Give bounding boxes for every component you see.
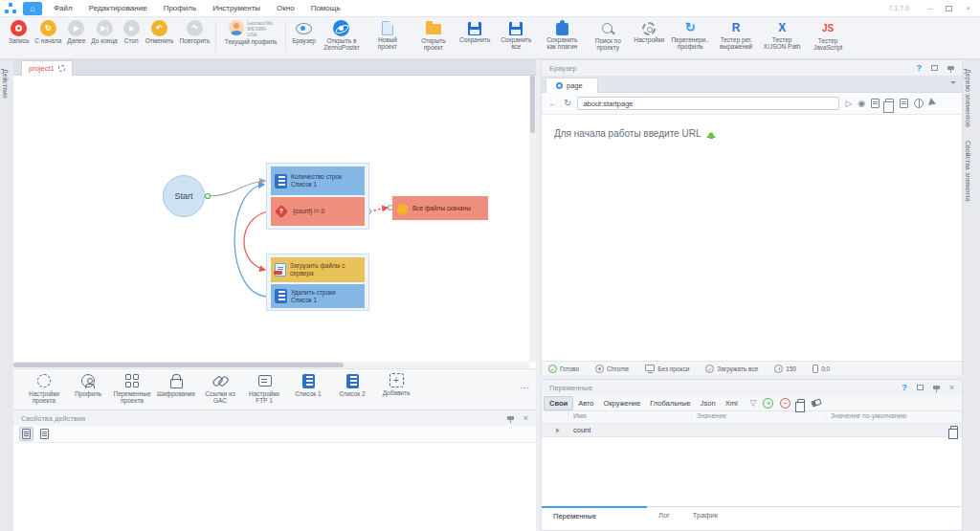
row-copy-icon[interactable] (950, 426, 958, 434)
element-tree-vertical-tab[interactable]: Дерево элементов (963, 65, 973, 131)
add-resource-button[interactable]: + Добавить (375, 373, 417, 396)
help-icon[interactable]: ? (902, 383, 907, 392)
count-rows-node[interactable]: Количество строкСписок 1 (271, 166, 365, 195)
copy-icon[interactable] (797, 399, 805, 408)
save-button[interactable]: Сохранить (457, 20, 493, 43)
flowchart-canvas[interactable]: Start Количество строкСписок 1 ? {count}… (13, 76, 536, 368)
add-variable-icon[interactable]: + (763, 398, 773, 409)
regex-tester-button[interactable]: R Тестер рег. выражений (713, 20, 759, 51)
project-search-button[interactable]: Поиск по проекту (585, 20, 631, 52)
properties-view-button[interactable] (19, 427, 33, 441)
list1-button[interactable]: Список 1 (287, 373, 329, 397)
open-project-button[interactable]: Открыть проект (411, 20, 457, 52)
start-node[interactable]: Start (163, 175, 205, 217)
redo-button[interactable]: ↷ Повторить (176, 20, 212, 44)
url-input[interactable] (577, 97, 839, 110)
tab-global[interactable]: Глобальные (645, 397, 696, 409)
scrollbar-thumb[interactable] (530, 76, 535, 133)
load-status[interactable]: Загружать все (717, 365, 758, 372)
column-default[interactable]: Значение по-умолчанию (826, 411, 962, 423)
bottom-tab-variables[interactable]: Переменные (542, 506, 647, 524)
engine-status[interactable]: Chrome (607, 365, 629, 372)
menu-help[interactable]: Помощь (311, 4, 341, 12)
profile-button[interactable]: Профиль (67, 373, 109, 397)
pin-icon[interactable] (507, 416, 514, 420)
list2-button[interactable]: Список 2 (331, 373, 373, 397)
ftp-settings-button[interactable]: Настройки FTP 1 (243, 373, 285, 405)
back-icon[interactable]: ← (548, 99, 558, 108)
maximize-button[interactable] (946, 6, 952, 11)
tab-environment[interactable]: Окружение (598, 397, 645, 409)
variable-default-cell[interactable] (826, 430, 962, 431)
remove-variable-icon[interactable]: − (780, 398, 791, 409)
eraser-icon[interactable] (812, 398, 822, 407)
filter-icon[interactable]: ▽ (750, 398, 757, 408)
help-icon[interactable]: ? (917, 63, 923, 73)
table-row[interactable]: count (542, 424, 962, 437)
project-settings-icon[interactable] (58, 65, 65, 72)
scrollbar-thumb[interactable] (13, 363, 344, 367)
play-macro-icon[interactable]: ▷ (845, 100, 852, 108)
column-name[interactable]: Имя (568, 411, 692, 423)
close-button[interactable]: × (966, 4, 970, 12)
close-icon[interactable]: × (523, 414, 528, 423)
project-variables-button[interactable]: Переменные проекта (111, 373, 153, 405)
globe-icon[interactable] (914, 99, 924, 108)
menu-file[interactable]: Файл (54, 4, 73, 12)
browser-page-tab[interactable]: page (546, 77, 598, 93)
tab-own[interactable]: Свои (544, 396, 573, 410)
tab-dropdown-icon[interactable] (950, 81, 956, 87)
toolbar-overflow-button[interactable]: ... (520, 381, 530, 390)
cursor-pick-icon[interactable] (928, 98, 941, 108)
open-in-zennoposter-button[interactable]: Открыть в ZennoPoster (319, 20, 365, 52)
tab-auto[interactable]: Авто (573, 397, 598, 409)
record-macro-icon[interactable]: ◉ (858, 100, 865, 108)
properties-edit-button[interactable] (37, 427, 52, 441)
settings-button[interactable]: Настройки (631, 20, 667, 43)
project-settings-button[interactable]: Настройки проекта (23, 373, 65, 405)
regenerate-profile-button[interactable]: ↻ Перегенери.. профиль (667, 20, 713, 51)
page-source-icon[interactable] (871, 99, 880, 108)
save-as-plugin-button[interactable]: Сохранить как плагин (539, 20, 585, 51)
actions-vertical-tab[interactable]: Действия (0, 65, 11, 102)
notify-node[interactable]: Все файлы скачаны (392, 196, 488, 220)
undo-button[interactable]: ↶ Отменить (143, 20, 177, 44)
encryption-button[interactable]: Шифрование (155, 373, 197, 397)
pin-icon[interactable] (947, 66, 954, 70)
snippets-icon[interactable] (900, 99, 908, 108)
home-button[interactable]: ⌂ (23, 2, 42, 15)
browser-viewport[interactable]: Для начала работы введите URL (542, 115, 962, 361)
tab-json[interactable]: Json (696, 397, 721, 409)
tab-xml[interactable]: Xml (721, 397, 743, 409)
js-tester-button[interactable]: JS Тестер JavaScript (805, 20, 851, 52)
proxy-status[interactable]: Без прокси (657, 365, 689, 372)
record-button[interactable]: Запись (6, 20, 32, 44)
step-next-button[interactable]: ▶ Далее (64, 20, 88, 44)
stop-button[interactable]: ■ Стоп (121, 20, 143, 44)
download-files-node[interactable]: Загрузить файлы ссервера (271, 257, 365, 282)
xpath-tester-button[interactable]: X Тестер X/JSON Path (759, 20, 805, 51)
condition-node[interactable]: ? {count} != 0 (271, 197, 365, 226)
browser-toggle-button[interactable]: Браузер (289, 20, 319, 44)
run-to-end-button[interactable]: ▶| До конца (88, 20, 120, 44)
gac-links-button[interactable]: Ссылки из GAC (199, 373, 241, 405)
canvas-vertical-scrollbar[interactable] (529, 76, 536, 362)
menu-window[interactable]: Окно (277, 4, 295, 12)
minimize-button[interactable]: – (928, 4, 932, 12)
maximize-panel-icon[interactable] (917, 385, 924, 390)
current-profile-button[interactable]: Leonard Mo 9/6/1984 USA Текущий профиль (219, 20, 282, 45)
pin-icon[interactable] (933, 386, 940, 389)
canvas-horizontal-scrollbar[interactable] (13, 362, 529, 368)
bottom-tab-log[interactable]: Лог (647, 507, 681, 524)
copy-page-icon[interactable] (885, 99, 894, 108)
column-value[interactable]: Значение (692, 411, 826, 423)
restart-button[interactable]: ↻ С начала (32, 20, 64, 44)
menu-profile[interactable]: Профиль (164, 4, 197, 12)
menu-tools[interactable]: Инструменты (212, 4, 260, 12)
maximize-panel-icon[interactable] (931, 65, 938, 71)
project-tab[interactable]: project1 (21, 60, 73, 76)
bottom-tab-traffic[interactable]: Трафик (681, 507, 729, 524)
variable-name-cell[interactable]: count (568, 425, 692, 435)
menu-edit[interactable]: Редактирование (89, 4, 147, 12)
reload-icon[interactable]: ↻ (564, 99, 571, 108)
